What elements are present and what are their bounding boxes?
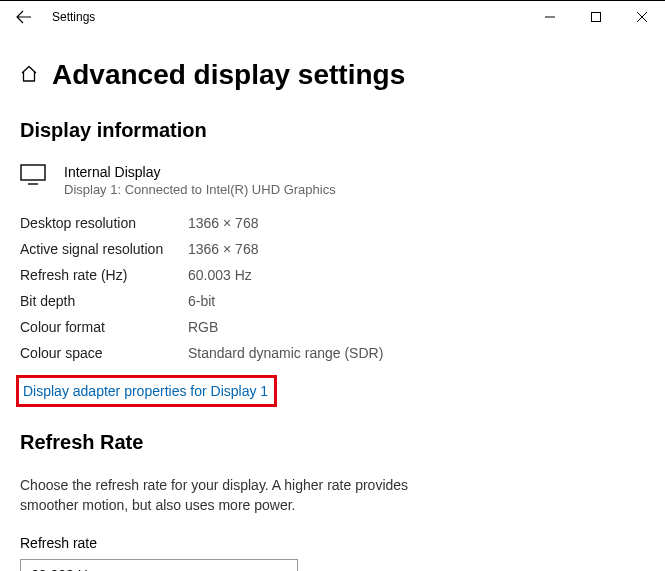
spec-label: Refresh rate (Hz): [20, 267, 188, 283]
display-name: Internal Display: [64, 164, 336, 180]
display-adapter-link[interactable]: Display adapter properties for Display 1: [23, 383, 268, 399]
spec-label: Colour format: [20, 319, 188, 335]
titlebar-left: Settings: [0, 7, 95, 27]
minimize-button[interactable]: [527, 1, 573, 33]
home-icon[interactable]: [20, 65, 38, 86]
app-title: Settings: [52, 10, 95, 24]
close-icon: [637, 12, 647, 22]
monitor-icon: [20, 164, 46, 197]
display-info-heading: Display information: [20, 119, 645, 142]
refresh-rate-heading: Refresh Rate: [20, 431, 645, 454]
spec-value: RGB: [188, 319, 645, 335]
close-button[interactable]: [619, 1, 665, 33]
display-identity: Internal Display Display 1: Connected to…: [20, 164, 645, 197]
spec-value: 6-bit: [188, 293, 645, 309]
spec-label: Colour space: [20, 345, 188, 361]
page-title: Advanced display settings: [52, 59, 405, 91]
titlebar: Settings: [0, 1, 665, 33]
adapter-link-highlight: Display adapter properties for Display 1: [16, 375, 277, 407]
refresh-rate-description: Choose the refresh rate for your display…: [20, 476, 420, 515]
spec-label: Bit depth: [20, 293, 188, 309]
svg-rect-0: [592, 13, 601, 22]
spec-value: 1366 × 768: [188, 241, 645, 257]
spec-value: Standard dynamic range (SDR): [188, 345, 645, 361]
minimize-icon: [545, 12, 555, 22]
arrow-left-icon: [16, 9, 32, 25]
spec-label: Active signal resolution: [20, 241, 188, 257]
page-header: Advanced display settings: [20, 59, 645, 91]
spec-grid: Desktop resolution 1366 × 768 Active sig…: [20, 215, 645, 361]
refresh-rate-dropdown[interactable]: 60.003 Hz: [20, 559, 298, 571]
maximize-button[interactable]: [573, 1, 619, 33]
svg-rect-1: [21, 165, 45, 180]
maximize-icon: [591, 12, 601, 22]
window-controls: [527, 1, 665, 33]
display-text: Internal Display Display 1: Connected to…: [64, 164, 336, 197]
refresh-rate-selected: 60.003 Hz: [31, 567, 95, 571]
display-connection: Display 1: Connected to Intel(R) UHD Gra…: [64, 182, 336, 197]
back-button[interactable]: [14, 7, 34, 27]
refresh-rate-field-label: Refresh rate: [20, 535, 645, 551]
spec-value: 60.003 Hz: [188, 267, 645, 283]
spec-value: 1366 × 768: [188, 215, 645, 231]
content-area: Advanced display settings Display inform…: [0, 59, 665, 571]
spec-label: Desktop resolution: [20, 215, 188, 231]
